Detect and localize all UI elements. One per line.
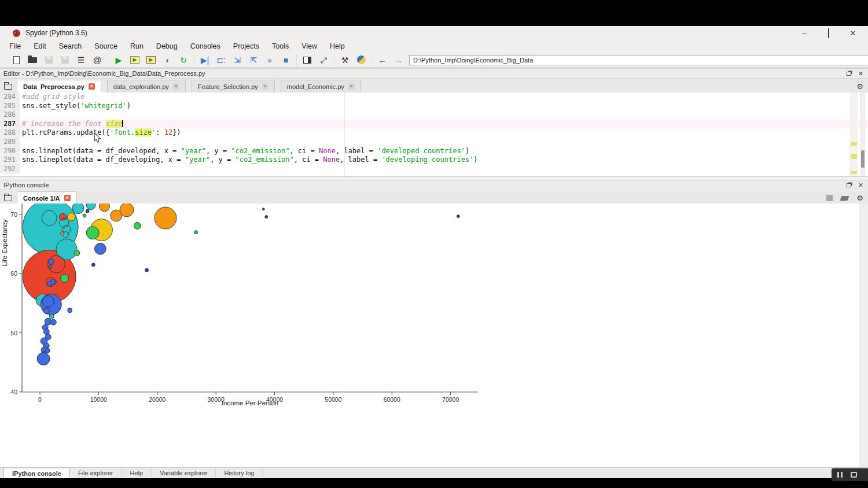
y-axis-label: Life Expectancy <box>1 219 8 266</box>
menu-tools[interactable]: Tools <box>267 41 293 51</box>
code-editor[interactable]: 284#add grid style285sns.set_style('whit… <box>0 93 868 177</box>
browse-consoles-icon[interactable] <box>4 195 12 201</box>
code-line-286[interactable]: 286 <box>0 110 868 120</box>
open-file-icon[interactable] <box>27 55 38 65</box>
bottom-tab-ipython-console[interactable]: IPython console <box>3 468 70 478</box>
editor-occurrence-track <box>849 93 858 177</box>
editor-scrollbar-thumb[interactable] <box>861 150 865 168</box>
editor-tab-Data_Preprocess.py[interactable]: Data_Preprocess.py× <box>17 80 101 93</box>
menu-view[interactable]: View <box>297 41 322 51</box>
bottom-tab-variable-explorer[interactable]: Variable explorer <box>152 468 216 478</box>
menu-help[interactable]: Help <box>325 41 350 51</box>
symbol-finder-icon[interactable]: @ <box>91 55 103 65</box>
tab-close-icon[interactable]: × <box>262 83 269 90</box>
line-number: 292 <box>0 165 20 174</box>
letterbox-top <box>0 0 868 26</box>
editor-tab-data_exploration.py[interactable]: data_exploration.py× <box>107 80 186 93</box>
bubble-chart: 0100002000030000400005000060000700007060… <box>0 204 480 412</box>
console-options-gear-icon[interactable]: ⚙ <box>856 194 863 202</box>
rerun-icon[interactable]: ↻ <box>178 55 189 65</box>
save-all-icon[interactable] <box>59 55 71 65</box>
editor-options-gear-icon[interactable]: ⚙ <box>856 82 863 91</box>
code-line-285[interactable]: 285sns.set_style('whitegrid') <box>0 102 868 111</box>
menu-bar: FileEditSearchSourceRunDebugConsolesProj… <box>0 40 868 53</box>
console-output[interactable]: 0100002000030000400005000060000700007060… <box>0 204 859 467</box>
tab-close-icon[interactable]: × <box>89 83 95 90</box>
code-line-284[interactable]: 284#add grid style <box>0 93 868 102</box>
video-controls-overlay[interactable] <box>832 468 868 481</box>
svg-text:20000: 20000 <box>149 396 165 403</box>
editor-tab-model_Economic.py[interactable]: model_Economic.py× <box>281 80 361 93</box>
close-console-pane-icon[interactable]: ✕ <box>858 182 863 189</box>
run-icon[interactable]: ▶ <box>113 55 124 65</box>
step-into-icon[interactable]: ⇲ <box>231 55 243 65</box>
step-over-icon[interactable]: ⊏: <box>215 55 227 65</box>
close-button[interactable]: ✕ <box>848 29 858 38</box>
fullscreen-icon[interactable]: ⤢ <box>318 55 329 65</box>
console-tab-close-icon[interactable]: × <box>64 195 71 201</box>
python-env-icon[interactable] <box>355 55 367 65</box>
new-file-icon[interactable] <box>10 55 22 65</box>
clear-console-icon[interactable] <box>840 196 849 201</box>
editor-tab-bar: Data_Preprocess.py×data_exploration.py×F… <box>17 80 367 93</box>
stop-icon[interactable] <box>851 472 857 478</box>
close-editor-pane-icon[interactable]: ✕ <box>858 70 863 77</box>
menu-projects[interactable]: Projects <box>229 41 264 51</box>
step-return-icon[interactable]: ⇱ <box>248 55 259 65</box>
preferences-icon[interactable]: ⚒ <box>339 55 351 65</box>
console-tab-bar: Console 1/A × ⚙ <box>0 191 868 204</box>
code-line-288[interactable]: 288plt.rcParams.update({'font.size': 12}… <box>0 128 868 138</box>
code-line-292[interactable]: 292 <box>0 165 868 174</box>
code-line-287[interactable]: 287# increase the font size <box>0 120 868 129</box>
working-directory-input[interactable] <box>409 55 868 65</box>
menu-consoles[interactable]: Consoles <box>186 41 225 51</box>
menu-file[interactable]: File <box>5 41 25 51</box>
editor-tab-Feature_Selection.py[interactable]: Feature_Selection.py× <box>192 80 275 93</box>
run-selection-icon[interactable]: ◗ <box>161 55 173 65</box>
code-lines: 284#add grid style285sns.set_style('whit… <box>0 93 868 173</box>
bottom-tab-file-explorer[interactable]: File explorer <box>70 468 122 478</box>
editor-scrollbar[interactable] <box>860 93 865 177</box>
save-icon[interactable] <box>43 55 54 65</box>
debug-icon[interactable]: ▶| <box>199 55 211 65</box>
back-icon[interactable]: ← <box>377 55 388 65</box>
bottom-tab-bar: IPython consoleFile explorerHelpVariable… <box>0 467 868 478</box>
code-line-290[interactable]: 290sns.lineplot(data = df_developed, x =… <box>0 147 868 156</box>
undock-editor-icon[interactable] <box>847 72 851 76</box>
menu-search[interactable]: Search <box>54 41 87 51</box>
main-toolbar: ☰ @ ▶ ▶ ▶ ◗ ↻ ▶| ⊏: ⇲ ⇱ » ■ ⤢ ⚒ ← → <box>0 53 868 68</box>
menu-debug[interactable]: Debug <box>152 41 182 51</box>
menu-source[interactable]: Source <box>90 41 122 51</box>
line-number: 286 <box>0 110 20 120</box>
restore-button[interactable] <box>824 29 833 38</box>
bottom-tab-history-log[interactable]: History log <box>216 468 263 478</box>
menu-edit[interactable]: Edit <box>29 41 51 51</box>
browse-tabs-icon[interactable] <box>4 84 12 90</box>
maximize-pane-icon[interactable] <box>301 55 313 65</box>
interrupt-kernel-icon[interactable] <box>826 195 833 201</box>
pause-icon[interactable] <box>837 472 843 478</box>
run-cell-advance-icon[interactable]: ▶ <box>145 55 157 65</box>
forward-icon[interactable]: → <box>393 55 404 65</box>
file-switcher-icon[interactable]: ☰ <box>75 55 87 65</box>
stop-debug-icon[interactable]: ■ <box>280 55 292 65</box>
minimize-button[interactable]: – <box>800 29 809 38</box>
code-line-291[interactable]: 291sns.lineplot(data = df_developing, x … <box>0 156 868 165</box>
screen: Spyder (Python 3.6) – ✕ FileEditSearchSo… <box>0 0 868 488</box>
line-number: 287 <box>0 120 20 129</box>
editor-bottom-border <box>0 176 868 177</box>
continue-icon[interactable]: » <box>264 55 275 65</box>
mouse-cursor <box>94 132 101 143</box>
bottom-tab-help[interactable]: Help <box>122 468 152 478</box>
menu-run[interactable]: Run <box>126 41 148 51</box>
tab-close-icon[interactable]: × <box>173 83 179 90</box>
line-number: 289 <box>0 138 20 147</box>
console-scrollbar[interactable] <box>859 204 868 467</box>
code-line-289[interactable]: 289 <box>0 138 868 147</box>
letterbox-bottom <box>0 478 868 488</box>
tab-close-icon[interactable]: × <box>348 83 355 90</box>
undock-console-icon[interactable] <box>847 183 851 187</box>
run-cell-icon[interactable]: ▶ <box>129 55 141 65</box>
line-number: 288 <box>0 128 20 138</box>
console-tab[interactable]: Console 1/A × <box>17 191 77 204</box>
